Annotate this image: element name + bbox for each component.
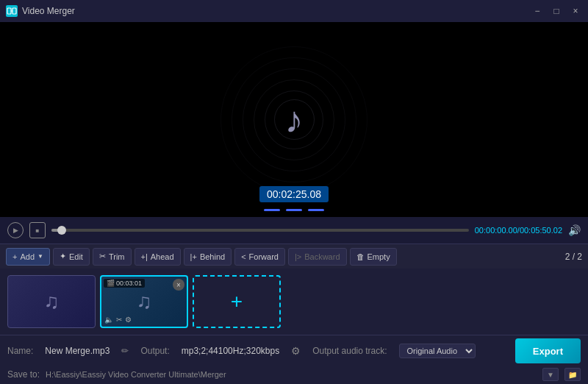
- svg-rect-1: [12, 8, 16, 14]
- progress-dots: [264, 209, 324, 211]
- app-title: Video Merger: [22, 6, 75, 16]
- audio-track-select[interactable]: Original Audio: [399, 344, 476, 358]
- trim-button[interactable]: ✂ Trim: [93, 248, 132, 266]
- music-visual: ♪: [220, 46, 368, 193]
- timestamp-overlay: 00:02:25.08: [259, 186, 329, 202]
- music-note-icon: ♪: [285, 99, 304, 141]
- backward-button[interactable]: |> Backward: [288, 248, 347, 266]
- clip-2-bottom-icons: 🔈 ✂ ⚙: [104, 316, 132, 324]
- add-clip-plus-icon: +: [231, 290, 243, 313]
- edit-icon: ✦: [60, 252, 66, 261]
- name-edit-icon[interactable]: ✏: [121, 346, 129, 356]
- behind-icon: |+: [190, 252, 197, 261]
- add-icon: +: [12, 252, 17, 261]
- clip-1-music-icon: ♫: [44, 290, 60, 313]
- browse-folder-button[interactable]: 📁: [564, 368, 581, 381]
- dot-1: [264, 209, 280, 211]
- svg-rect-0: [7, 8, 11, 14]
- titlebar-left: Video Merger: [6, 5, 75, 17]
- volume-small-icon: 🔈: [104, 316, 113, 324]
- save-path: H:\Eassiy\Eassiy Video Converter Ultimat…: [46, 370, 537, 379]
- footer-bottom: Save to: H:\Eassiy\Eassiy Video Converte…: [7, 368, 581, 381]
- effects-icon: ⚙: [125, 316, 132, 324]
- scissors-icon: ✂: [99, 252, 106, 261]
- clip-2[interactable]: ♫ 🎬 00:03:01 × 🔈 ✂ ⚙: [100, 275, 188, 328]
- output-label: Output:: [140, 346, 169, 356]
- add-dropdown-arrow: ▼: [37, 253, 43, 260]
- titlebar: Video Merger − □ ×: [0, 0, 588, 22]
- empty-button[interactable]: 🗑 Empty: [350, 248, 397, 266]
- add-button[interactable]: + Add ▼: [6, 248, 50, 266]
- save-to-label: Save to:: [7, 369, 40, 380]
- path-dropdown-button[interactable]: ▼: [542, 368, 559, 381]
- film-icon: 🎬: [107, 280, 115, 287]
- export-button[interactable]: Export: [515, 338, 581, 363]
- dot-2: [286, 209, 302, 211]
- output-settings-icon[interactable]: ⚙: [291, 345, 301, 357]
- behind-button[interactable]: |+ Behind: [184, 248, 232, 266]
- maximize-button[interactable]: □: [550, 4, 563, 18]
- trash-icon: 🗑: [356, 252, 365, 261]
- add-clip-button[interactable]: +: [193, 275, 281, 328]
- backward-icon: |>: [295, 252, 301, 261]
- footer: Name: New Merge.mp3 ✏ Output: mp3;2;4410…: [0, 335, 588, 384]
- audio-track-label: Output audio track:: [312, 346, 387, 356]
- forward-button[interactable]: < Forward: [234, 248, 285, 266]
- clip-1[interactable]: ♫: [7, 275, 96, 328]
- clip-2-music-icon: ♫: [137, 290, 152, 313]
- minimize-button[interactable]: −: [531, 4, 544, 18]
- video-content: ♪ 00:02:25.08: [0, 22, 588, 217]
- titlebar-controls: − □ ×: [531, 4, 582, 18]
- toolbar: + Add ▼ ✦ Edit ✂ Trim +| Ahead |+ Behind…: [0, 243, 588, 269]
- stop-button[interactable]: ■: [29, 222, 46, 238]
- page-counter: 2 / 2: [565, 252, 582, 262]
- seek-bar[interactable]: [51, 229, 469, 232]
- name-label: Name:: [7, 346, 33, 356]
- edit-button[interactable]: ✦ Edit: [53, 248, 90, 266]
- play-button[interactable]: ▶: [7, 222, 24, 238]
- ahead-button[interactable]: +| Ahead: [135, 248, 181, 266]
- clip-area: ♫ ♫ 🎬 00:03:01 × 🔈 ✂ ⚙ +: [0, 269, 588, 335]
- app-icon: [6, 5, 18, 17]
- name-value: New Merge.mp3: [45, 346, 110, 356]
- footer-top: Name: New Merge.mp3 ✏ Output: mp3;2;4410…: [7, 338, 581, 363]
- scissors-small-icon: ✂: [116, 316, 122, 324]
- time-display: 00:00:00.00/00:05:50.02: [475, 226, 562, 235]
- output-value: mp3;2;44100Hz;320kbps: [182, 346, 279, 356]
- seek-handle[interactable]: [57, 226, 66, 235]
- close-button[interactable]: ×: [569, 4, 582, 18]
- clip-2-close-button[interactable]: ×: [173, 279, 184, 291]
- volume-icon[interactable]: 🔊: [568, 224, 581, 236]
- dot-3: [308, 209, 324, 211]
- ahead-icon: +|: [141, 252, 148, 261]
- forward-icon: <: [241, 252, 245, 261]
- video-preview: ♪ 00:02:25.08: [0, 22, 588, 217]
- clip-2-duration: 🎬 00:03:01: [104, 279, 145, 288]
- playback-bar: ▶ ■ 00:00:00.00/00:05:50.02 🔊: [0, 217, 588, 243]
